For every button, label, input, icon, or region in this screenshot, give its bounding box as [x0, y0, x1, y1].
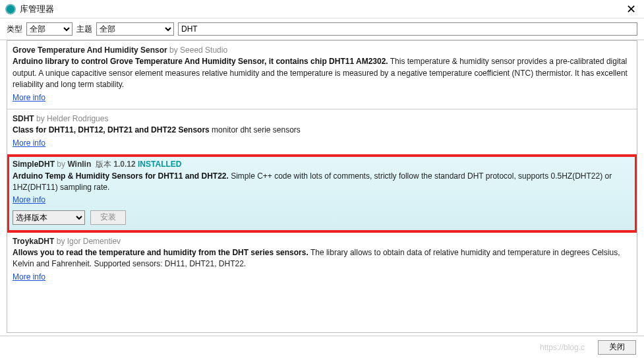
library-name: TroykaDHT [13, 237, 54, 246]
library-version-label: 版本 1.0.12 [94, 160, 136, 169]
close-icon[interactable]: ✕ [624, 2, 639, 16]
library-item-selected[interactable]: SimpleDHT by Winlin 版本 1.0.12 INSTALLED … [7, 155, 637, 232]
library-description: Class for DHT11, DHT12, DHT21 and DHT22 … [13, 125, 631, 136]
library-name: SDHT [13, 114, 34, 123]
library-item[interactable]: Grove Temperature And Humidity Sensor by… [7, 41, 637, 109]
library-header: TroykaDHT by Igor Dementiev [13, 236, 631, 247]
titlebar: 库管理器 ✕ [0, 0, 644, 18]
installed-badge: INSTALLED [138, 160, 181, 169]
library-name: SimpleDHT [13, 160, 55, 169]
library-author: by Winlin [57, 160, 91, 169]
library-list[interactable]: Grove Temperature And Humidity Sensor by… [7, 40, 637, 333]
more-info-link[interactable]: More info [13, 92, 45, 104]
close-button[interactable]: 关闭 [598, 340, 636, 355]
filter-bar: 类型 全部 主题 全部 [0, 18, 644, 40]
topic-select[interactable]: 全部 [96, 22, 174, 36]
window-title: 库管理器 [20, 3, 624, 15]
library-author: by Seeed Studio [169, 45, 227, 55]
library-actions: 选择版本 安装 [13, 210, 631, 225]
type-label: 类型 [7, 24, 22, 35]
type-select[interactable]: 全部 [26, 22, 73, 36]
library-item[interactable]: TroykaDHT by Igor Dementiev Allows you t… [7, 232, 637, 289]
library-description: Allows you to read the temperature and h… [13, 247, 631, 270]
library-name: Grove Temperature And Humidity Sensor [13, 45, 167, 55]
search-input[interactable] [178, 22, 637, 36]
library-header: Grove Temperature And Humidity Sensor by… [13, 45, 631, 56]
library-author: by Igor Dementiev [57, 237, 121, 246]
version-select[interactable]: 选择版本 [13, 210, 85, 225]
install-button[interactable]: 安装 [90, 210, 126, 225]
dialog-footer: https://blog.c 关闭 [0, 336, 644, 358]
library-header: SimpleDHT by Winlin 版本 1.0.12 INSTALLED [13, 159, 631, 170]
library-author: by Helder Rodrigues [36, 114, 108, 123]
library-header: SDHT by Helder Rodrigues [13, 113, 631, 125]
topic-label: 主题 [76, 24, 92, 35]
library-item[interactable]: SDHT by Helder Rodrigues Class for DHT11… [7, 109, 637, 155]
more-info-link[interactable]: More info [13, 138, 45, 149]
library-description: Arduino Temp & Humidity Sensors for DHT1… [13, 171, 631, 194]
arduino-logo-icon [5, 4, 16, 15]
watermark-text: https://blog.c [540, 343, 585, 352]
library-description: Arduino library to control Grove Tempera… [13, 56, 631, 90]
more-info-link[interactable]: More info [13, 194, 45, 206]
more-info-link[interactable]: More info [13, 272, 45, 283]
